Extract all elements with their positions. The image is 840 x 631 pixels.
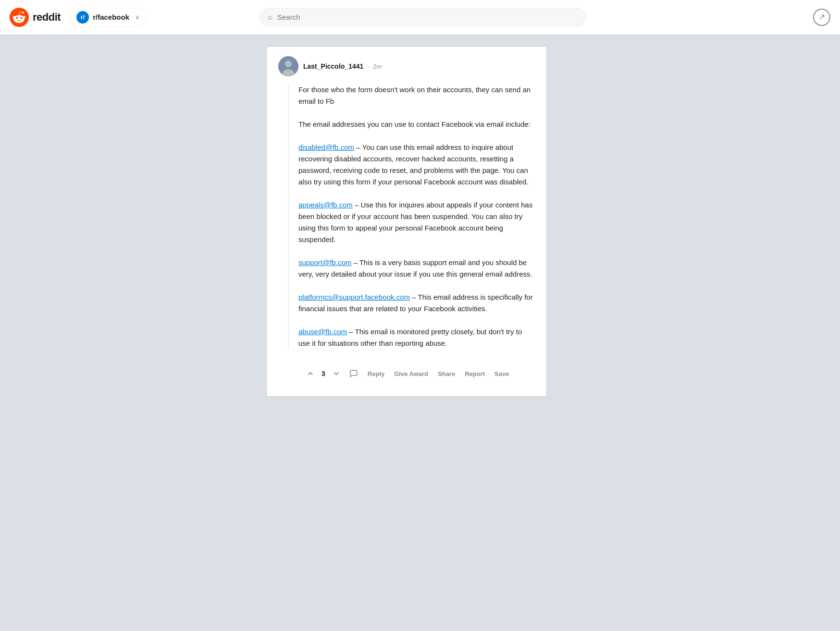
comment-icon [349, 369, 358, 378]
comment-meta: Last_Piccolo_1441 · 2m [303, 62, 382, 70]
reddit-wordmark: reddit [33, 11, 61, 24]
left-sidebar [132, 46, 266, 397]
comment-email-4: platformcs@support.facebook.com – This e… [298, 291, 535, 315]
share-button[interactable]: Share [434, 367, 459, 380]
svg-point-2 [285, 61, 292, 67]
vote-count: 3 [320, 370, 327, 377]
downvote-icon [332, 369, 341, 378]
comment-email-3: support@fb.com – This is a very basis su… [298, 257, 535, 280]
comment-email-1: disabled@fb.com – You can use this email… [298, 142, 535, 188]
comment-username[interactable]: Last_Piccolo_1441 [303, 62, 363, 70]
search-icon: ⌕ [268, 12, 272, 22]
reddit-logo[interactable]: reddit [10, 8, 61, 27]
comment-section: Last_Piccolo_1441 · 2m For those who the… [267, 47, 546, 396]
subreddit-name: r/facebook [93, 13, 129, 21]
comment-header: Last_Piccolo_1441 · 2m [278, 56, 535, 76]
report-button[interactable]: Report [461, 367, 489, 380]
upvote-icon [306, 369, 315, 378]
comment-email-2: appeals@fb.com – Use this for inquires a… [298, 199, 535, 245]
search-input[interactable] [277, 13, 578, 21]
subreddit-icon: r/ [76, 11, 89, 24]
comment-body: For those who the form doesn't work on t… [288, 84, 535, 349]
external-link-button[interactable]: ↗ [813, 9, 830, 26]
upvote-button[interactable] [303, 367, 318, 380]
email-link-platformcs[interactable]: platformcs@support.facebook.com [298, 293, 410, 301]
comment-email-header: The email addresses you can use to conta… [298, 119, 535, 130]
main-content: Last_Piccolo_1441 · 2m For those who the… [132, 35, 708, 408]
comment-intro: For those who the form doesn't work on t… [298, 84, 535, 107]
search-container: ⌕ [259, 8, 586, 26]
search-bar: ⌕ [259, 8, 586, 26]
reply-button[interactable]: Reply [364, 367, 388, 380]
give-award-button[interactable]: Give Award [390, 367, 432, 380]
navbar-right: ↗ [813, 9, 830, 26]
comment-button[interactable] [346, 366, 362, 381]
comment-actions: 3 Reply Give Award Share Report Save [278, 361, 535, 387]
downvote-button[interactable] [329, 367, 344, 380]
navbar: reddit r/ r/facebook ∨ ⌕ ↗ [0, 0, 840, 35]
email-link-support[interactable]: support@fb.com [298, 258, 351, 267]
comment-time: 2m [373, 63, 382, 70]
reddit-icon [10, 8, 29, 27]
email-link-disabled[interactable]: disabled@fb.com [298, 143, 354, 151]
navbar-left: reddit r/ r/facebook ∨ [10, 8, 146, 27]
comment-email-5: abuse@fb.com – This email is monitored p… [298, 326, 535, 349]
email-link-appeals[interactable]: appeals@fb.com [298, 201, 353, 209]
comment-timestamp: · [367, 63, 369, 70]
avatar-image [278, 56, 298, 76]
external-link-icon: ↗ [818, 12, 825, 22]
chevron-down-icon: ∨ [135, 13, 140, 21]
email-link-abuse[interactable]: abuse@fb.com [298, 328, 347, 336]
avatar [278, 56, 298, 76]
post-container: Last_Piccolo_1441 · 2m For those who the… [266, 46, 547, 397]
subreddit-pill[interactable]: r/ r/facebook ∨ [70, 8, 146, 27]
right-sidebar [558, 46, 708, 397]
save-button[interactable]: Save [491, 367, 513, 380]
